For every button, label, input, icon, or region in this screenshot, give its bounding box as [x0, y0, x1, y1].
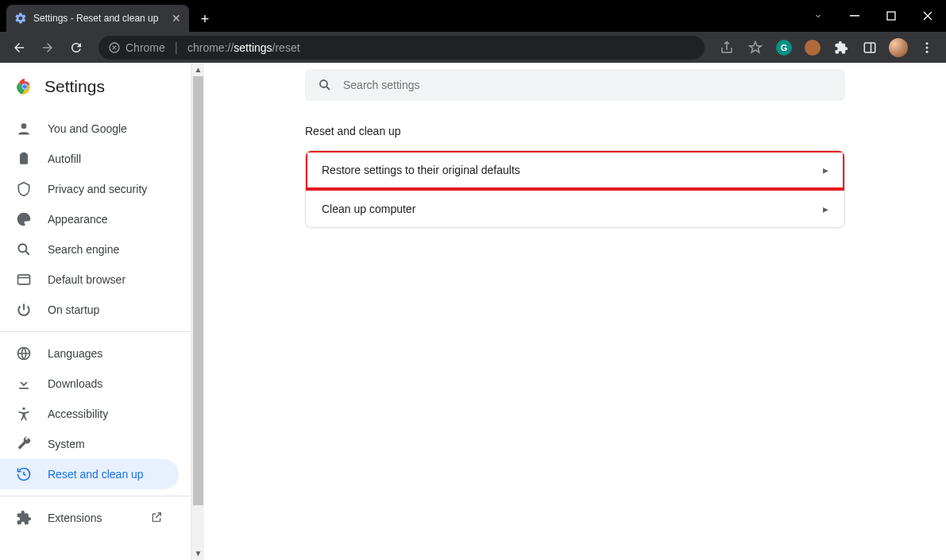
- scrollbar[interactable]: ▲ ▼: [191, 63, 204, 560]
- sidebar-item-label: Accessibility: [48, 407, 108, 420]
- sidebar-item-on-startup[interactable]: On startup: [0, 295, 179, 325]
- sidebar-item-label: Appearance: [48, 213, 108, 226]
- bookmark-icon[interactable]: [743, 35, 768, 60]
- sidebar-item-downloads[interactable]: Downloads: [0, 369, 179, 399]
- svg-point-7: [926, 50, 929, 52]
- sidebar-item-label: Reset and clean up: [48, 468, 144, 481]
- main-panel: Reset and clean up Restore settings to t…: [204, 63, 946, 560]
- address-bar[interactable]: Chrome | chrome://settings/reset: [98, 36, 705, 60]
- sidebar-container: Settings You and Google Autofill Privacy…: [0, 63, 204, 560]
- omnibox-label: Chrome: [125, 41, 165, 54]
- svg-point-5: [926, 42, 929, 44]
- extensions-puzzle-icon[interactable]: [828, 35, 854, 60]
- reload-button[interactable]: [64, 35, 89, 60]
- chevron-right-icon: ▸: [823, 203, 828, 215]
- clean-up-computer-row[interactable]: Clean up computer ▸: [306, 189, 844, 227]
- scroll-down-icon[interactable]: ▼: [191, 546, 205, 560]
- power-icon: [16, 302, 32, 318]
- download-icon: [16, 376, 32, 392]
- svg-rect-12: [20, 153, 28, 164]
- svg-point-14: [18, 244, 26, 252]
- back-button[interactable]: [6, 35, 32, 60]
- search-icon: [318, 78, 332, 92]
- gear-icon: [14, 12, 27, 25]
- svg-rect-3: [864, 43, 875, 52]
- section-title: Reset and clean up: [305, 125, 845, 137]
- sidebar-item-search-engine[interactable]: Search engine: [0, 234, 179, 265]
- svg-rect-0: [850, 15, 859, 17]
- minimize-button[interactable]: [836, 4, 873, 28]
- new-tab-button[interactable]: +: [194, 8, 216, 30]
- shield-icon: [16, 181, 32, 197]
- browser-tab[interactable]: Settings - Reset and clean up ✕: [6, 5, 189, 32]
- sidebar-item-label: Privacy and security: [48, 183, 147, 195]
- open-external-icon: [150, 511, 163, 526]
- sidebar-item-languages[interactable]: Languages: [0, 338, 179, 369]
- search-settings[interactable]: [305, 69, 845, 101]
- person-icon: [16, 121, 32, 137]
- page-content: Settings You and Google Autofill Privacy…: [0, 63, 946, 560]
- sidebar-item-label: Downloads: [48, 377, 102, 390]
- tab-strip: Settings - Reset and clean up ✕ +: [0, 0, 216, 32]
- svg-rect-1: [887, 12, 895, 20]
- sidebar-item-privacy[interactable]: Privacy and security: [0, 174, 179, 204]
- wrench-icon: [16, 436, 32, 452]
- maximize-button[interactable]: [873, 4, 909, 28]
- browser-toolbar: Chrome | chrome://settings/reset G: [0, 32, 946, 63]
- sidebar-item-label: Search engine: [48, 243, 119, 256]
- sidebar-item-label: System: [48, 438, 85, 450]
- globe-icon: [16, 346, 32, 361]
- restore-defaults-row[interactable]: Restore settings to their original defau…: [306, 151, 844, 189]
- window-titlebar: Settings - Reset and clean up ✕ +: [0, 0, 946, 32]
- sidebar-item-system[interactable]: System: [0, 429, 179, 459]
- accessibility-icon: [16, 406, 32, 422]
- restore-icon: [16, 466, 32, 482]
- scroll-up-icon[interactable]: ▲: [191, 63, 205, 76]
- profile-avatar[interactable]: [886, 35, 911, 60]
- sidebar-item-you-and-google[interactable]: You and Google: [0, 114, 179, 144]
- search-input[interactable]: [343, 79, 832, 91]
- row-label: Clean up computer: [322, 203, 415, 215]
- sidebar-item-accessibility[interactable]: Accessibility: [0, 399, 179, 429]
- sidebar-item-label: Default browser: [48, 273, 125, 286]
- svg-point-6: [926, 46, 929, 48]
- settings-sidebar: Settings You and Google Autofill Privacy…: [0, 63, 190, 560]
- reset-card: Restore settings to their original defau…: [305, 150, 845, 228]
- sidebar-item-default-browser[interactable]: Default browser: [0, 265, 179, 295]
- settings-header: Settings: [0, 63, 190, 110]
- svg-point-19: [22, 407, 25, 410]
- scrollbar-thumb[interactable]: [193, 76, 203, 505]
- close-window-button[interactable]: [909, 4, 946, 28]
- sidebar-item-appearance[interactable]: Appearance: [0, 204, 179, 234]
- svg-rect-13: [22, 153, 26, 155]
- sidebar-item-label: Extensions: [48, 512, 102, 524]
- menu-icon[interactable]: [914, 35, 940, 60]
- svg-rect-16: [18, 275, 30, 284]
- site-info-icon[interactable]: Chrome: [108, 41, 165, 54]
- svg-point-11: [21, 123, 27, 129]
- svg-point-20: [320, 80, 327, 87]
- chevron-down-icon[interactable]: [800, 4, 836, 28]
- row-label: Restore settings to their original defau…: [322, 164, 520, 176]
- svg-line-21: [326, 87, 330, 90]
- sidebar-item-label: You and Google: [48, 122, 127, 135]
- chrome-logo-icon: [16, 78, 33, 95]
- side-panel-icon[interactable]: [857, 35, 882, 60]
- extension-cookie-icon[interactable]: [800, 35, 825, 60]
- divider: |: [175, 41, 178, 55]
- share-icon[interactable]: [714, 35, 739, 60]
- extension-grammarly-icon[interactable]: G: [771, 35, 797, 60]
- sidebar-item-label: Autofill: [48, 153, 81, 165]
- sidebar-item-reset[interactable]: Reset and clean up: [0, 459, 179, 489]
- svg-point-10: [22, 84, 27, 89]
- forward-button[interactable]: [35, 35, 60, 60]
- chevron-right-icon: ▸: [823, 164, 828, 176]
- sidebar-item-extensions[interactable]: Extensions: [0, 503, 179, 533]
- close-icon[interactable]: ✕: [172, 12, 181, 25]
- page-title: Settings: [44, 77, 105, 96]
- url-text: chrome://settings/reset: [187, 41, 300, 54]
- browser-icon: [16, 272, 32, 288]
- sidebar-item-autofill[interactable]: Autofill: [0, 144, 179, 174]
- divider: [0, 496, 190, 496]
- search-icon: [16, 241, 32, 257]
